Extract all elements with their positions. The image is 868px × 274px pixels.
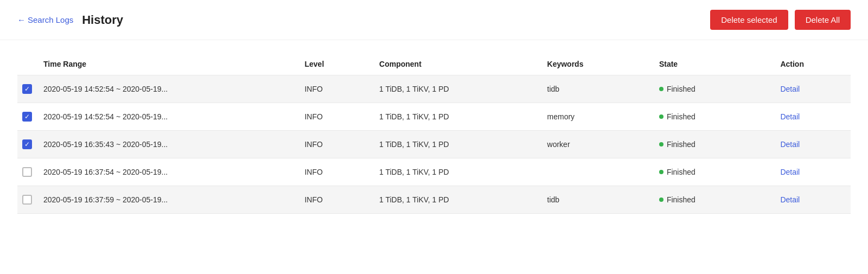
cell-checkbox: ✓ bbox=[17, 75, 39, 103]
status-dot-icon bbox=[659, 197, 663, 202]
cell-checkbox bbox=[17, 158, 39, 186]
cell-action: Detail bbox=[776, 186, 851, 214]
status-text: Finished bbox=[667, 112, 695, 121]
cell-state: Finished bbox=[655, 103, 776, 131]
cell-time-range: 2020-05-19 14:52:54 ~ 2020-05-19... bbox=[39, 75, 300, 103]
cell-state: Finished bbox=[655, 75, 776, 103]
col-header-checkbox bbox=[17, 53, 39, 75]
cell-time-range: 2020-05-19 14:52:54 ~ 2020-05-19... bbox=[39, 103, 300, 131]
checkbox-checked[interactable]: ✓ bbox=[22, 84, 32, 94]
history-table: Time Range Level Component Keywords Stat… bbox=[17, 53, 851, 214]
cell-keywords: memory bbox=[543, 103, 655, 131]
cell-keywords: tidb bbox=[543, 75, 655, 103]
back-arrow-icon: ← bbox=[17, 15, 25, 24]
delete-all-button[interactable]: Delete All bbox=[795, 10, 851, 30]
table-body: ✓2020-05-19 14:52:54 ~ 2020-05-19...INFO… bbox=[17, 75, 851, 214]
back-link-text: Search Logs bbox=[28, 15, 73, 24]
cell-action: Detail bbox=[776, 158, 851, 186]
detail-link[interactable]: Detail bbox=[780, 85, 800, 93]
col-header-action: Action bbox=[776, 53, 851, 75]
status-text: Finished bbox=[667, 140, 695, 149]
cell-state: Finished bbox=[655, 186, 776, 214]
cell-keywords: tidb bbox=[543, 186, 655, 214]
page-header: ← Search Logs History Delete selected De… bbox=[0, 0, 868, 40]
table-row: 2020-05-19 16:37:59 ~ 2020-05-19...INFO1… bbox=[17, 186, 851, 214]
status-text: Finished bbox=[667, 85, 695, 93]
cell-level: INFO bbox=[300, 158, 375, 186]
cell-level: INFO bbox=[300, 186, 375, 214]
header-left: ← Search Logs History bbox=[17, 13, 123, 27]
detail-link[interactable]: Detail bbox=[780, 112, 800, 121]
cell-time-range: 2020-05-19 16:37:54 ~ 2020-05-19... bbox=[39, 158, 300, 186]
cell-level: INFO bbox=[300, 131, 375, 158]
cell-action: Detail bbox=[776, 103, 851, 131]
status-dot-icon bbox=[659, 142, 663, 146]
delete-selected-button[interactable]: Delete selected bbox=[710, 10, 788, 30]
col-header-level: Level bbox=[300, 53, 375, 75]
cell-keywords bbox=[543, 158, 655, 186]
col-header-state: State bbox=[655, 53, 776, 75]
cell-state: Finished bbox=[655, 131, 776, 158]
cell-checkbox: ✓ bbox=[17, 103, 39, 131]
cell-action: Detail bbox=[776, 75, 851, 103]
table-row: ✓2020-05-19 14:52:54 ~ 2020-05-19...INFO… bbox=[17, 75, 851, 103]
cell-level: INFO bbox=[300, 103, 375, 131]
cell-state: Finished bbox=[655, 158, 776, 186]
cell-component: 1 TiDB, 1 TiKV, 1 PD bbox=[375, 75, 543, 103]
col-header-keywords: Keywords bbox=[543, 53, 655, 75]
status-dot-icon bbox=[659, 114, 663, 119]
detail-link[interactable]: Detail bbox=[780, 140, 800, 149]
checkbox-unchecked[interactable] bbox=[22, 167, 32, 177]
status-dot-icon bbox=[659, 170, 663, 174]
page-title: History bbox=[82, 13, 123, 27]
cell-checkbox: ✓ bbox=[17, 131, 39, 158]
cell-component: 1 TiDB, 1 TiKV, 1 PD bbox=[375, 186, 543, 214]
cell-time-range: 2020-05-19 16:37:59 ~ 2020-05-19... bbox=[39, 186, 300, 214]
status-dot-icon bbox=[659, 87, 663, 91]
status-text: Finished bbox=[667, 168, 695, 176]
table-container: Time Range Level Component Keywords Stat… bbox=[0, 40, 868, 227]
cell-level: INFO bbox=[300, 75, 375, 103]
header-actions: Delete selected Delete All bbox=[710, 10, 851, 30]
table-header: Time Range Level Component Keywords Stat… bbox=[17, 53, 851, 75]
back-link[interactable]: ← Search Logs bbox=[17, 15, 73, 24]
table-row: ✓2020-05-19 14:52:54 ~ 2020-05-19...INFO… bbox=[17, 103, 851, 131]
checkbox-checked[interactable]: ✓ bbox=[22, 139, 32, 149]
checkbox-checked[interactable]: ✓ bbox=[22, 112, 32, 122]
cell-checkbox bbox=[17, 186, 39, 214]
detail-link[interactable]: Detail bbox=[780, 195, 800, 204]
col-header-component: Component bbox=[375, 53, 543, 75]
cell-keywords: worker bbox=[543, 131, 655, 158]
cell-time-range: 2020-05-19 16:35:43 ~ 2020-05-19... bbox=[39, 131, 300, 158]
detail-link[interactable]: Detail bbox=[780, 168, 800, 176]
checkbox-unchecked[interactable] bbox=[22, 195, 32, 205]
cell-component: 1 TiDB, 1 TiKV, 1 PD bbox=[375, 131, 543, 158]
cell-component: 1 TiDB, 1 TiKV, 1 PD bbox=[375, 103, 543, 131]
col-header-timerange: Time Range bbox=[39, 53, 300, 75]
table-row: 2020-05-19 16:37:54 ~ 2020-05-19...INFO1… bbox=[17, 158, 851, 186]
cell-component: 1 TiDB, 1 TiKV, 1 PD bbox=[375, 158, 543, 186]
cell-action: Detail bbox=[776, 131, 851, 158]
status-text: Finished bbox=[667, 195, 695, 204]
table-row: ✓2020-05-19 16:35:43 ~ 2020-05-19...INFO… bbox=[17, 131, 851, 158]
